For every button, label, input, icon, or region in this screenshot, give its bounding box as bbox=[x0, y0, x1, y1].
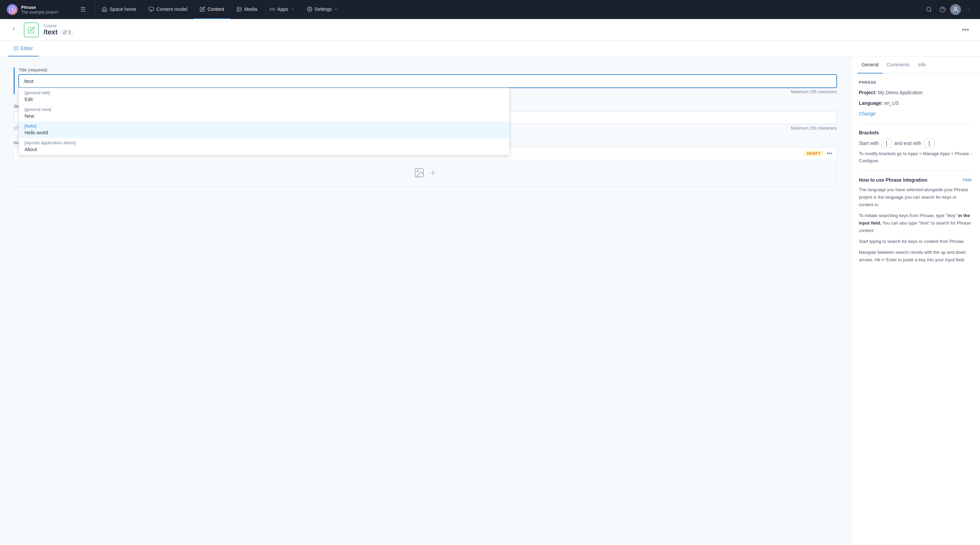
project-name: The example project bbox=[21, 10, 58, 14]
dropdown-item-0[interactable]: [general.edit] Edit bbox=[19, 88, 509, 105]
app-name: Phrase bbox=[21, 5, 58, 10]
editor-panel: Title (required) [general.edit] Edit [ge… bbox=[0, 56, 851, 543]
link-count: 1 bbox=[68, 30, 71, 35]
how-to-para-1: To initiate searching keys from Phrase, … bbox=[859, 212, 972, 234]
dropdown-value-1: New bbox=[19, 113, 509, 121]
search-button[interactable] bbox=[923, 3, 935, 16]
sidebar-tab-comments[interactable]: Comments bbox=[883, 56, 914, 73]
entry-link-badge[interactable]: 1 bbox=[60, 29, 73, 35]
sidebar-tabs: General Comments Info bbox=[851, 56, 980, 73]
svg-point-6 bbox=[272, 8, 273, 10]
nav-item-apps[interactable]: Apps bbox=[263, 0, 301, 19]
title-field-group: Title (required) [general.edit] Edit [ge… bbox=[14, 67, 837, 94]
editor-tabs-bar: Editor bbox=[0, 41, 980, 56]
entry-content-type: Course bbox=[43, 24, 959, 28]
nav-item-content[interactable]: Content bbox=[194, 0, 231, 19]
nav-item-media[interactable]: Media bbox=[231, 0, 263, 19]
image-icon bbox=[414, 167, 425, 178]
nav-item-settings[interactable]: Settings bbox=[301, 0, 345, 19]
slug-max-chars: Maximum 256 characters bbox=[791, 126, 837, 130]
svg-line-9 bbox=[930, 11, 931, 11]
svg-point-7 bbox=[309, 8, 310, 10]
entry-info: Course /text 1 bbox=[43, 24, 959, 36]
plus-icon bbox=[429, 169, 437, 177]
dropdown-item-2[interactable]: [hello] Hello world bbox=[19, 121, 509, 138]
top-navigation: Phrase The example project ☰ Space home … bbox=[0, 0, 980, 19]
draft-badge: DRAFT bbox=[804, 151, 823, 156]
nav-label-space-home: Space home bbox=[110, 6, 137, 12]
avatar-icon bbox=[953, 6, 959, 13]
apps-icon bbox=[269, 6, 275, 12]
how-to-header: How to use Phrase integration Hide bbox=[859, 177, 972, 183]
hamburger-button[interactable]: ☰ bbox=[78, 5, 89, 14]
sidebar-tab-general-label: General bbox=[862, 62, 878, 67]
svg-point-5 bbox=[238, 8, 239, 9]
phrase-section-title: PHRASE bbox=[859, 80, 972, 84]
content-icon bbox=[200, 6, 205, 12]
back-button[interactable] bbox=[8, 24, 20, 35]
sidebar-tab-comments-label: Comments bbox=[887, 62, 910, 67]
settings-icon bbox=[307, 6, 312, 12]
entry-title: /text bbox=[43, 28, 57, 36]
help-icon bbox=[940, 6, 946, 13]
dropdown-key-1: [general.new] bbox=[19, 105, 509, 113]
editor-tab-icon bbox=[14, 46, 18, 51]
tab-editor[interactable]: Editor bbox=[8, 41, 38, 56]
title-dropdown-menu: [general.edit] Edit [general.new] New [h… bbox=[19, 88, 509, 155]
nav-item-space-home[interactable]: Space home bbox=[95, 0, 143, 19]
settings-chevron-icon bbox=[334, 7, 338, 11]
dropdown-key-0: [general.edit] bbox=[19, 88, 509, 96]
home-icon bbox=[102, 6, 107, 12]
title-dropdown-container: [general.edit] Edit [general.new] New [h… bbox=[19, 75, 837, 88]
help-button[interactable] bbox=[937, 3, 949, 16]
entry-header: Course /text 1 ••• bbox=[0, 19, 980, 41]
start-with-label: Start with bbox=[859, 140, 878, 146]
nav-label-content-model: Content model bbox=[156, 6, 188, 12]
dropdown-key-2: [hello] bbox=[19, 121, 509, 129]
project-value: My Demo Application bbox=[878, 90, 923, 95]
link-icon bbox=[63, 30, 67, 34]
section-divider-2 bbox=[859, 171, 972, 171]
sidebar-content: PHRASE Project: My Demo Application Lang… bbox=[851, 73, 980, 274]
title-input[interactable] bbox=[19, 75, 837, 88]
start-bracket-box: [ bbox=[881, 139, 891, 148]
dropdown-value-0: Edit bbox=[19, 96, 509, 105]
nav-items: Space home Content model Content Media A… bbox=[95, 0, 923, 19]
project-row: Project: My Demo Application bbox=[859, 89, 972, 96]
dropdown-value-2: Hello world bbox=[19, 129, 509, 138]
sidebar-tab-general[interactable]: General bbox=[858, 56, 883, 73]
brand-area: Phrase The example project ☰ bbox=[0, 4, 95, 15]
how-to-title: How to use Phrase integration bbox=[859, 177, 927, 183]
how-to-para-2: Start typing to search for keys or conte… bbox=[859, 238, 972, 245]
user-avatar[interactable] bbox=[950, 4, 961, 15]
language-value: en_US bbox=[885, 100, 899, 106]
image-placeholder bbox=[14, 159, 837, 186]
dropdown-item-1[interactable]: [general.new] New bbox=[19, 105, 509, 121]
sidebar-tab-info[interactable]: Info bbox=[914, 56, 930, 73]
nav-label-content: Content bbox=[208, 6, 224, 12]
dropdown-item-3[interactable]: [layouts.application.about] About bbox=[19, 138, 509, 155]
how-to-hide-link[interactable]: Hide bbox=[963, 177, 972, 182]
svg-point-8 bbox=[927, 7, 931, 11]
change-row: Change bbox=[859, 110, 972, 118]
change-link[interactable]: Change bbox=[859, 111, 875, 116]
tab-editor-label: Editor bbox=[21, 46, 33, 51]
brackets-title: Brackets bbox=[859, 130, 972, 135]
account-chevron-button[interactable] bbox=[962, 3, 975, 16]
title-field-label: Title (required) bbox=[19, 67, 837, 73]
nav-item-content-model[interactable]: Content model bbox=[143, 0, 194, 19]
svg-point-17 bbox=[417, 170, 418, 172]
svg-point-0 bbox=[9, 6, 15, 13]
language-label: Language: bbox=[859, 100, 883, 106]
how-to-para-3: Navigate between search results with the… bbox=[859, 249, 972, 264]
image-more-button[interactable]: ••• bbox=[827, 150, 832, 156]
brackets-row: Start with [ and end with ] bbox=[859, 139, 972, 148]
app-logo[interactable] bbox=[7, 4, 18, 15]
back-arrow-icon bbox=[11, 26, 17, 32]
entry-icon bbox=[24, 22, 39, 37]
dropdown-value-3: About bbox=[19, 146, 509, 155]
content-model-icon bbox=[149, 6, 154, 12]
nav-label-media: Media bbox=[244, 6, 257, 12]
language-row: Language: en_US bbox=[859, 100, 972, 107]
entry-more-button[interactable]: ••• bbox=[959, 24, 972, 35]
